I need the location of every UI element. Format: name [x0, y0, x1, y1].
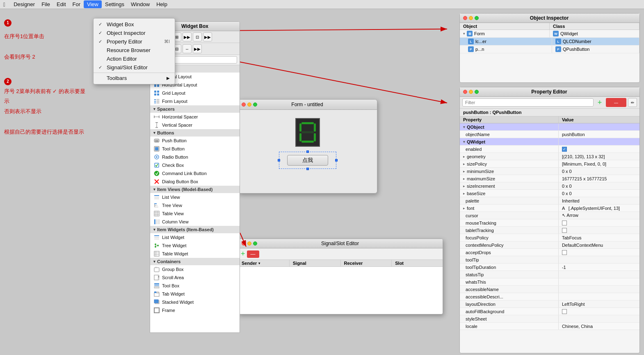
- widget-dialog-button-box[interactable]: Dialog Button Box: [150, 178, 240, 186]
- form-tl-red[interactable]: [242, 102, 246, 107]
- widget-group-box[interactable]: ▭ Group Box: [150, 265, 240, 273]
- menu-item-action-editor[interactable]: Action Editor: [94, 55, 175, 63]
- ss-tl-green[interactable]: [253, 241, 257, 246]
- prop-font[interactable]: ▸ font A [.AppleSystemUIFont, 13]: [460, 205, 639, 212]
- prop-stylesheet[interactable]: styleSheet: [460, 315, 639, 323]
- widget-check-box[interactable]: Check Box: [150, 161, 240, 169]
- widget-table-widget[interactable]: Table Widget: [150, 250, 240, 258]
- menu-window[interactable]: Window: [128, 0, 153, 8]
- autofill-checkbox[interactable]: [562, 309, 567, 314]
- widget-tab-widget[interactable]: Tab Widget: [150, 290, 240, 298]
- prop-layoutdirection[interactable]: layoutDirection LeftToRight: [460, 300, 639, 308]
- prop-contextmenupolicy[interactable]: contextMenuPolicy DefaultContextMenu: [460, 241, 639, 249]
- property-delete-button[interactable]: —: [606, 98, 626, 107]
- section-spacers[interactable]: Spacers: [150, 105, 240, 113]
- widget-frame[interactable]: Frame: [150, 306, 240, 314]
- prop-sizepolicy[interactable]: ▸ sizePolicy [Minimum, Fixed, 0, 0]: [460, 160, 639, 168]
- prop-cursor[interactable]: cursor ↖ Arrow: [460, 212, 639, 219]
- widget-grid-layout[interactable]: Grid Layout: [150, 89, 240, 97]
- inspector-row-push[interactable]: P p...n P QPushButton: [460, 46, 639, 53]
- prop-focuspolicy[interactable]: focusPolicy TabFocus: [460, 234, 639, 241]
- section-containers[interactable]: Containers: [150, 258, 240, 265]
- menu-item-object-inspector[interactable]: ✓ Object Inspector: [94, 29, 175, 37]
- menu-item-widget-box[interactable]: ✓ Widget Box: [94, 20, 175, 29]
- ss-tl-red[interactable]: [242, 241, 246, 246]
- prop-statustip[interactable]: statusTip: [460, 271, 639, 278]
- property-add-button[interactable]: +: [595, 98, 604, 107]
- widget-tool-box[interactable]: Tool Box: [150, 282, 240, 290]
- menu-edit[interactable]: Edit: [53, 0, 69, 8]
- prop-objectname[interactable]: objectName pushButton: [460, 131, 639, 138]
- widget-horizontal-spacer[interactable]: Horizontal Spacer: [150, 113, 240, 121]
- prop-whatsthis[interactable]: whatsThis: [460, 278, 639, 286]
- menu-item-property-editor[interactable]: ✓ Property Editor ⌘I: [94, 37, 175, 46]
- enabled-checkbox[interactable]: ✓: [562, 147, 567, 152]
- acceptdrops-checkbox[interactable]: [562, 250, 567, 255]
- form-push-button[interactable]: 点我: [287, 155, 328, 166]
- menu-file[interactable]: File: [38, 0, 53, 8]
- prop-autofillbackground[interactable]: autoFillBackground: [460, 308, 639, 315]
- inspector-row-form[interactable]: ▾ ⊞ Form W QWidget: [460, 30, 639, 38]
- prop-tablettracking[interactable]: tabletTracking: [460, 227, 639, 234]
- toolbar-btn-5[interactable]: ⊡: [193, 32, 202, 41]
- menu-item-signal-slot-editor[interactable]: ✓ Signal/Slot Editor: [94, 63, 175, 72]
- prop-basesize[interactable]: ▸ baseSize 0 x 0: [460, 190, 639, 197]
- prop-mousetracking[interactable]: mouseTracking: [460, 219, 639, 227]
- widget-push-button[interactable]: OK Push Button: [150, 137, 240, 145]
- widget-command-link-button[interactable]: Command Link Button: [150, 169, 240, 178]
- apple-menu[interactable]: : [3, 1, 5, 8]
- ss-tl-yellow[interactable]: [247, 241, 251, 246]
- menu-help[interactable]: Help: [153, 0, 171, 8]
- pe-traffic-yellow[interactable]: [469, 90, 473, 94]
- widget-tree-view[interactable]: Tree View: [150, 201, 240, 209]
- menu-item-toolbars[interactable]: Toolbars ▶: [94, 74, 175, 82]
- prop-accessiblename[interactable]: accessibleName: [460, 286, 639, 293]
- menu-view[interactable]: View: [84, 0, 102, 8]
- inspector-row-lcd[interactable]: L lc...er L QLCDNumber: [460, 38, 639, 46]
- tablettracking-checkbox[interactable]: [562, 228, 567, 233]
- toolbar-btn-11[interactable]: ▶▶: [193, 44, 202, 53]
- prop-tooltipduration[interactable]: toolTipDuration -1: [460, 264, 639, 271]
- widget-stacked-widget[interactable]: Stacked Widget: [150, 298, 240, 306]
- toolbar-btn-10[interactable]: ↔: [183, 44, 192, 53]
- toolbar-btn-4[interactable]: ▶▶: [183, 32, 192, 41]
- widget-tree-widget[interactable]: Tree Widget: [150, 241, 240, 250]
- menu-settings[interactable]: Settings: [102, 0, 128, 8]
- ss-add-button[interactable]: +: [241, 250, 245, 258]
- widget-column-view[interactable]: Column View: [150, 218, 240, 226]
- prop-maximumsize[interactable]: ▸ maximumSize 16777215 x 16777215: [460, 175, 639, 182]
- menu-designer[interactable]: Designer: [10, 0, 38, 8]
- widget-list-view[interactable]: List View: [150, 193, 240, 201]
- pe-traffic-green[interactable]: [475, 90, 479, 94]
- prop-geometry[interactable]: ▸ geometry [(210, 120), 113 x 32]: [460, 153, 639, 160]
- widget-form-layout[interactable]: Form Layout: [150, 97, 240, 105]
- prop-tooltip[interactable]: toolTip: [460, 256, 639, 264]
- section-item-views[interactable]: Item Views (Model-Based): [150, 186, 240, 193]
- prop-minimumsize[interactable]: ▸ minimumSize 0 x 0: [460, 168, 639, 175]
- ss-delete-button[interactable]: —: [247, 250, 259, 258]
- prop-sizeincrement[interactable]: ▸ sizeIncrement 0 x 0: [460, 182, 639, 190]
- widget-radio-button[interactable]: Radio Button: [150, 153, 240, 161]
- widget-tool-button[interactable]: Tool Button: [150, 145, 240, 153]
- traffic-light-red[interactable]: [463, 16, 467, 20]
- mousetracking-checkbox[interactable]: [562, 221, 567, 225]
- widget-list-widget[interactable]: List Widget: [150, 233, 240, 241]
- traffic-light-green[interactable]: [475, 16, 479, 20]
- traffic-light-yellow[interactable]: [469, 16, 473, 20]
- prop-accessibledescri[interactable]: accessibleDescri...: [460, 293, 639, 300]
- widget-scroll-area[interactable]: Scroll Area: [150, 273, 240, 282]
- menu-item-resource-browser[interactable]: Resource Browser: [94, 46, 175, 55]
- prop-enabled[interactable]: enabled ✓: [460, 146, 639, 153]
- form-tl-green[interactable]: [253, 102, 257, 107]
- menu-form[interactable]: For: [69, 0, 84, 8]
- prop-palette[interactable]: palette Inherited: [460, 197, 639, 205]
- section-item-widgets[interactable]: Item Widgets (Item-Based): [150, 226, 240, 233]
- form-tl-yellow[interactable]: [247, 102, 251, 107]
- toolbar-btn-6[interactable]: ▶▶: [203, 32, 212, 41]
- widget-vertical-spacer[interactable]: Vertical Spacer: [150, 121, 240, 129]
- pe-traffic-red[interactable]: [463, 90, 467, 94]
- section-buttons[interactable]: Buttons: [150, 129, 240, 137]
- prop-acceptdrops[interactable]: acceptDrops: [460, 249, 639, 256]
- property-settings-button[interactable]: ✏: [628, 98, 637, 107]
- widget-table-view[interactable]: Table View: [150, 209, 240, 218]
